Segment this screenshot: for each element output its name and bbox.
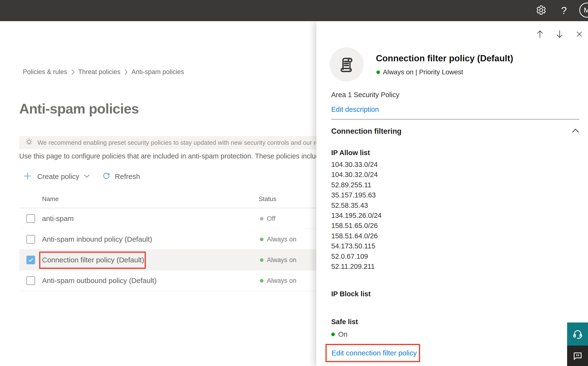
feedback-button[interactable] bbox=[567, 346, 588, 366]
panel-title: Connection filter policy (Default) bbox=[376, 53, 513, 63]
headset-icon bbox=[571, 328, 584, 340]
arrow-down-icon bbox=[556, 30, 564, 38]
gear-icon bbox=[536, 5, 546, 16]
ip-entry: 158.51.64.0/26 bbox=[331, 231, 382, 241]
edit-connection-filter-policy-link[interactable]: Edit connection filter policy bbox=[331, 349, 417, 357]
ip-entry: 52.58.35.43 bbox=[331, 200, 382, 210]
panel-status: Always on | Priority Lowest bbox=[376, 68, 463, 76]
page-title: Anti-spam policies bbox=[19, 100, 139, 117]
close-icon bbox=[576, 30, 583, 38]
row-checkbox-checked[interactable] bbox=[26, 256, 35, 264]
panel-navigation bbox=[536, 30, 584, 38]
help-icon: ? bbox=[561, 5, 567, 16]
ip-allow-list-label: IP Allow list bbox=[331, 149, 370, 157]
divider bbox=[331, 119, 579, 120]
chevron-right-icon bbox=[71, 69, 75, 75]
chevron-up-icon bbox=[572, 128, 579, 133]
policy-type-avatar bbox=[330, 47, 364, 82]
lightbulb-icon bbox=[24, 137, 34, 148]
previous-item-button[interactable] bbox=[536, 30, 544, 38]
ip-entry: 52.89.255.11 bbox=[331, 180, 382, 190]
chevron-down-icon[interactable] bbox=[84, 174, 90, 179]
ip-block-list-label: IP Block list bbox=[331, 290, 371, 298]
safe-list-status: On bbox=[331, 330, 348, 338]
status-label: Always on bbox=[267, 256, 296, 264]
collapse-section-button[interactable] bbox=[572, 128, 579, 134]
avatar-initial: M bbox=[584, 6, 588, 14]
status-label: Always on bbox=[267, 277, 296, 284]
status-dot-on bbox=[260, 279, 264, 282]
ip-entry: 104.30.33.0/24 bbox=[331, 160, 382, 169]
selection-highlight-box bbox=[39, 252, 146, 269]
ip-entry: 158.51.65.0/26 bbox=[331, 221, 382, 231]
status-dot-off bbox=[260, 217, 264, 221]
status-dot-on bbox=[260, 258, 264, 262]
chat-icon bbox=[572, 350, 584, 362]
ip-entry: 54.173.50.115 bbox=[331, 241, 382, 251]
status-label: Off bbox=[267, 215, 276, 222]
panel-status-text: Always on | Priority Lowest bbox=[383, 68, 463, 76]
status-dot-on bbox=[260, 238, 264, 241]
toolbar: Create policy Refresh bbox=[23, 171, 140, 182]
column-header-name[interactable]: Name bbox=[42, 195, 59, 203]
refresh-icon bbox=[102, 172, 110, 181]
banner-text: We recommend enabling preset security po… bbox=[37, 139, 340, 146]
row-name[interactable]: Anti-spam inbound policy (Default) bbox=[42, 229, 152, 250]
ip-entry: 52.0.67.109 bbox=[331, 251, 382, 261]
row-name[interactable]: anti-spam bbox=[42, 208, 74, 229]
support-button[interactable] bbox=[567, 322, 588, 346]
page-description: Use this page to configure policies that… bbox=[19, 152, 323, 160]
edit-description-link[interactable]: Edit description bbox=[331, 106, 379, 114]
edit-link-highlight-box: Edit connection filter policy bbox=[325, 344, 420, 362]
ip-allow-list: 104.30.33.0/24 104.30.32.0/24 52.89.255.… bbox=[331, 160, 382, 272]
refresh-button[interactable]: Refresh bbox=[115, 172, 140, 181]
breadcrumb-threat-policies[interactable]: Threat policies bbox=[78, 68, 121, 76]
column-header-status[interactable]: Status bbox=[259, 195, 276, 203]
account-avatar[interactable]: M bbox=[579, 3, 588, 18]
settings-button[interactable] bbox=[534, 0, 549, 21]
close-panel-button[interactable] bbox=[575, 30, 584, 38]
policy-description: Area 1 Security Policy bbox=[331, 91, 399, 99]
ip-entry: 134.195.26.0/24 bbox=[331, 210, 382, 221]
next-item-button[interactable] bbox=[555, 30, 564, 38]
help-button[interactable]: ? bbox=[557, 0, 571, 21]
status-label: Always on bbox=[267, 236, 296, 243]
row-checkbox[interactable] bbox=[26, 235, 35, 244]
row-checkbox[interactable] bbox=[26, 214, 35, 223]
safe-list-label: Safe list bbox=[331, 318, 358, 326]
chevron-right-icon bbox=[124, 69, 128, 75]
breadcrumb-anti-spam-policies[interactable]: Anti-spam policies bbox=[131, 68, 184, 76]
create-policy-button[interactable]: Create policy bbox=[37, 172, 79, 181]
safe-list-value: On bbox=[338, 330, 348, 338]
status-dot-on bbox=[331, 333, 335, 336]
ip-entry: 35.157.195.63 bbox=[331, 190, 382, 200]
ip-entry: 52.11.209.211 bbox=[331, 261, 382, 272]
breadcrumb: Policies & rules Threat policies Anti-sp… bbox=[23, 68, 184, 76]
row-name[interactable]: Anti-spam outbound policy (Default) bbox=[42, 270, 157, 291]
plus-icon bbox=[23, 171, 32, 182]
row-checkbox[interactable] bbox=[26, 276, 35, 285]
section-connection-filtering: Connection filtering bbox=[331, 127, 402, 136]
ip-entry: 104.30.32.0/24 bbox=[331, 169, 382, 180]
arrow-up-icon bbox=[536, 30, 544, 38]
scroll-icon bbox=[337, 55, 356, 74]
checkmark-icon bbox=[28, 257, 34, 263]
details-flyout-panel: Connection filter policy (Default) Alway… bbox=[316, 21, 588, 366]
status-dot-on bbox=[376, 70, 380, 74]
breadcrumb-policies-rules[interactable]: Policies & rules bbox=[23, 68, 67, 76]
recommendation-banner: We recommend enabling preset security po… bbox=[19, 136, 344, 149]
top-app-bar: ? M bbox=[0, 0, 588, 21]
